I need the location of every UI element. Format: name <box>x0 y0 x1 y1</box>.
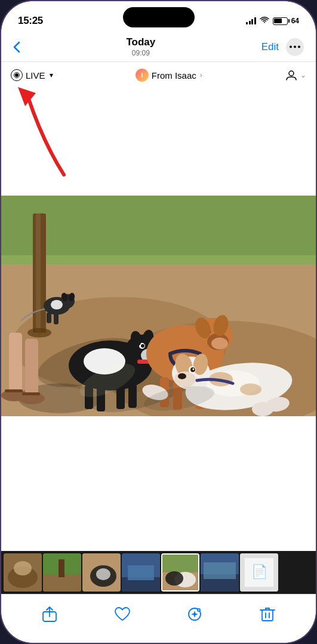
live-label: LIVE <box>26 70 45 80</box>
signal-bar-4 <box>254 17 256 24</box>
nav-subtitle: 09:09 <box>126 49 155 57</box>
photo-toolbar: LIVE ▾ I From Isaac › ⌄ <box>1 62 316 88</box>
photo-svg <box>1 196 316 416</box>
thumbnail-2[interactable] <box>43 553 81 592</box>
svg-point-88 <box>165 571 183 586</box>
person-badge[interactable]: ⌄ <box>285 69 306 82</box>
white-space-top <box>1 88 316 196</box>
svg-rect-13 <box>36 213 41 333</box>
signal-bar-3 <box>251 19 253 24</box>
nav-actions: Edit <box>261 38 304 56</box>
battery-icon: 64 <box>273 17 299 25</box>
svg-point-36 <box>141 344 144 348</box>
status-icons: 64 <box>246 16 299 26</box>
smart-edit-button[interactable] <box>181 601 208 627</box>
nav-title: Today <box>126 36 155 48</box>
nav-bar: Today 09:09 Edit <box>1 32 316 62</box>
share-button[interactable] <box>36 601 63 627</box>
bottom-toolbar <box>1 594 316 643</box>
svg-rect-78 <box>59 559 64 577</box>
svg-rect-19 <box>25 339 38 395</box>
photo-content <box>1 196 316 416</box>
svg-point-67 <box>193 369 195 370</box>
battery-fill <box>274 18 282 23</box>
thumbnail-strip: 📄 <box>1 551 316 594</box>
trash-icon <box>260 606 275 623</box>
svg-point-1 <box>294 46 296 48</box>
svg-point-0 <box>290 46 292 48</box>
white-space-bottom <box>1 416 316 551</box>
svg-rect-29 <box>47 312 51 323</box>
svg-rect-84 <box>128 565 154 580</box>
heart-icon <box>114 606 131 622</box>
from-chevron-icon: › <box>200 71 202 79</box>
svg-point-49 <box>211 338 228 349</box>
person-icon <box>285 69 298 82</box>
svg-rect-23 <box>22 392 40 395</box>
svg-point-69 <box>252 402 273 416</box>
from-avatar: I <box>136 69 149 82</box>
phone-screen: 15:25 <box>1 1 316 643</box>
thumbnail-5-selected[interactable] <box>161 553 199 592</box>
signal-bar-2 <box>249 21 251 24</box>
nav-center: Today 09:09 <box>126 36 155 57</box>
svg-point-26 <box>51 300 63 309</box>
phone-frame: 15:25 <box>0 0 317 644</box>
live-badge[interactable]: LIVE ▾ <box>11 69 53 81</box>
svg-point-3 <box>289 71 294 76</box>
share-icon <box>42 606 57 623</box>
thumbnail-6[interactable] <box>201 553 239 592</box>
svg-rect-91 <box>204 562 236 579</box>
svg-marker-5 <box>18 87 36 106</box>
svg-rect-43 <box>128 384 137 408</box>
signal-bar-1 <box>246 22 248 24</box>
nav-back-button[interactable] <box>13 41 20 53</box>
battery-tip <box>288 19 290 23</box>
favorite-button[interactable] <box>109 601 136 627</box>
svg-rect-21 <box>5 389 23 392</box>
wifi-icon <box>260 16 269 26</box>
live-chevron-icon: ▾ <box>50 71 53 79</box>
svg-point-64 <box>178 373 186 379</box>
svg-point-14 <box>27 328 51 338</box>
battery-body <box>273 17 288 25</box>
from-text: From Isaac <box>152 70 196 80</box>
svg-point-63 <box>174 371 196 387</box>
status-time: 15:25 <box>18 15 43 27</box>
red-arrow-annotation <box>13 82 79 178</box>
thumbnail-4[interactable] <box>122 553 160 592</box>
svg-point-81 <box>96 568 110 580</box>
delete-button[interactable] <box>254 601 281 627</box>
person-chevron-icon: ⌄ <box>300 71 306 79</box>
svg-point-75 <box>14 561 32 575</box>
svg-rect-18 <box>9 333 22 392</box>
from-badge[interactable]: I From Isaac › <box>136 69 202 82</box>
signal-bars-icon <box>246 17 256 24</box>
thumbnail-1[interactable] <box>4 553 42 592</box>
live-photo-icon <box>11 69 23 81</box>
nav-edit-button[interactable]: Edit <box>261 41 279 53</box>
sparkle-icon <box>186 606 203 623</box>
svg-point-59 <box>240 383 261 395</box>
svg-rect-30 <box>54 312 59 324</box>
svg-rect-42 <box>116 386 125 409</box>
thumbnail-3[interactable] <box>82 553 121 592</box>
svg-point-2 <box>298 46 300 48</box>
svg-text:📄: 📄 <box>251 564 268 580</box>
svg-rect-98 <box>262 610 273 621</box>
thumbnail-7[interactable]: 📄 <box>240 553 278 592</box>
live-ring <box>14 72 20 78</box>
main-photo[interactable] <box>1 196 316 416</box>
nav-more-button[interactable] <box>286 38 304 56</box>
battery-text: 64 <box>291 17 299 25</box>
dynamic-island <box>123 7 195 27</box>
